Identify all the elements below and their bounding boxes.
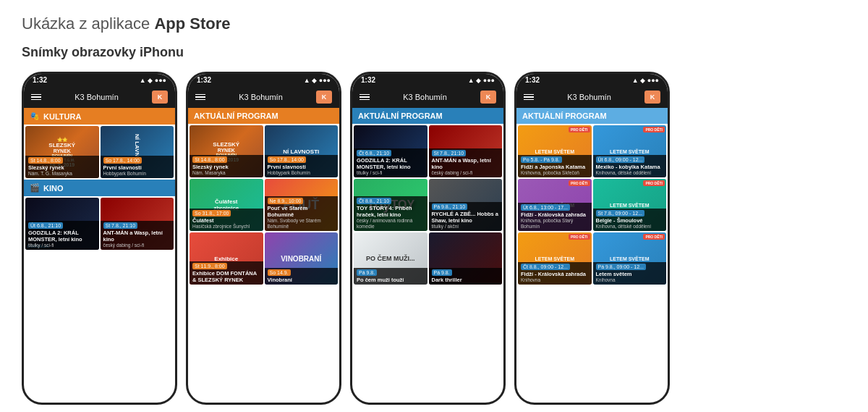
card-title-letem1-4: Fidží a Japonska Katama [521,164,589,170]
card-info-letem4-4: St 7.8., 09:00 - 12... Belgie - Šmoulové… [593,209,667,231]
card-rychle-3[interactable]: Pá 9.8., 21:10 RYCHLÉ A ZBĚ... Hobbs a S… [429,179,503,231]
badge-new-6: PRO DĚTI [643,234,665,240]
card-date-letem1-4: Po 5.8. - Pá 9.8. [521,156,562,163]
kultura-cards: ⭐⭐ SLEZSKÝ RYNEK BOHUMÍN náměstí T.G.M. … [24,125,175,180]
card-genre-antman-3: český dabing / sci-fi [432,170,500,176]
status-bar-1: 1:32 ▲ ◆ ●●● [24,74,175,86]
nav-bar-2: K3 Bohumín K [188,86,339,108]
status-bar-2: 1:32 ▲ ◆ ●●● [188,74,339,86]
card-info-toy-3: Čt 8.8., 21:10 TOY STORY 4: Příběh hrače… [354,196,427,231]
card-date-godzilla-3: Čt 6.8., 21:10 [357,150,391,156]
hamburger-icon-3[interactable] [359,94,370,101]
card-title-godzilla-1: GODZILLA 2: KRÁL MONSTER, letní kino [28,230,96,243]
card-loc-slavnosti-1: Hobbypark Bohumín [103,171,171,177]
card-exhibice-2[interactable]: Exhibice St 11.9., 8:00 Exhibice DOM FON… [190,232,263,285]
section-header-kino-1: 🎬 KINO [24,180,175,196]
card-loc-letem5-4: Knihovna [521,277,589,283]
card-date-slavnosti-2: So 17.8., 14:00 [268,156,306,163]
pocemu-text: PO ČEM MUŽI... [364,253,417,264]
card-genre-antman-1: český dabing / sci-fi [103,243,171,248]
card-loc-letem2-4: Knihovna, dětské oddělení [596,170,664,176]
card-info-antman-1: St 7.8., 21:10 ANT-MÁN a Wasp, letní kin… [101,221,174,250]
card-info-slavnosti-1: So 17.8., 14:00 První slavnosti Hobbypar… [101,156,174,178]
card-date-culafest-2: So 31.8., 17:00 [192,210,231,216]
card-genre-godzilla-1: titulky / sci-fi [28,243,96,248]
hamburger-icon-4[interactable] [524,94,534,101]
card-info-godzilla-3: Čt 6.8., 21:10 GODZILLA 2: KRÁL MONSTER,… [354,148,427,177]
hamburger-icon-1[interactable] [31,94,41,101]
card-date-slezsky-2: St 14.8., 8:00 [192,156,227,163]
app-name-2: K3 Bohumín [239,93,283,101]
section-title: Snímky obrazovky iPhonu [22,45,846,60]
app-logo-2: K [316,91,332,104]
status-bar-3: 1:32 ▲ ◆ ●●● [352,74,503,86]
card-slavnosti-1[interactable]: NÍ LAVNOSTI So 17.8., 14:00 První slavno… [101,126,174,178]
card-pout-2[interactable]: POUŤ Ne 8.9., 10:00 Pouť ve Starém Bohum… [265,179,339,231]
card-date-rychle-3: Pá 9.8., 21:10 [432,203,468,210]
card-vinobrani-2[interactable]: VINOBRANÍ So 14.9. Vinobraní [265,232,339,285]
card-antman-3[interactable]: St 7.8., 21:10 ANT-MÁN a Wasp, letní kin… [429,125,503,177]
card-letem4-4[interactable]: LETEM SVĚTEM PRO DĚTI St 7.8., 09:00 - 1… [593,179,667,231]
page-header: Ukázka z aplikace App Store [22,14,846,33]
card-info-godzilla-1: Út 6.8., 21:10 GODZILLA 2: KRÁL MONSTER,… [25,221,99,250]
card-loc-letem6-4: Knihovna [596,277,664,283]
card-title-slavnosti-2: První slavnosti [268,164,336,170]
program-cards-4: LETEM SVĚTEM PRO DĚTI Po 5.8. - Pá 9.8. … [516,124,668,286]
app-logo-4: K [644,91,660,104]
card-info-slavnosti-2: So 17.8., 14:00 První slavnosti Hobbypar… [265,155,339,177]
card-title-pocemu-3: Po čem muži touží [357,277,425,283]
card-genre-godzilla-3: titulky / sci-fi [357,170,425,176]
card-loc-slavnosti-2: Hobbypark Bohumín [268,170,336,176]
nav-bar-1: K3 Bohumín K [24,86,175,108]
card-slezsky-1[interactable]: ⭐⭐ SLEZSKÝ RYNEK BOHUMÍN náměstí T.G.M. … [25,126,99,178]
card-info-exhibice-2: St 11.9., 8:00 Exhibice DOM FONTÁNA & SL… [190,261,263,285]
card-title-slezsky-1: Slezský rynek [28,164,96,171]
card-date-exhibice-2: St 11.9., 8:00 [192,263,227,269]
card-title-slezsky-2: Slezský rynek [192,164,260,170]
time-3: 1:32 [361,76,375,84]
letem5-text: LETEM SVĚTEM [535,256,574,261]
card-title-letem5-4: Fidží - Královská zahrada [521,271,589,277]
card-info-dark-3: Pá 9.8. Dark thriller [429,268,503,285]
card-date-slavnosti-1: So 17.8., 14:00 [103,157,142,164]
phone-3: 1:32 ▲ ◆ ●●● K3 Bohumín K AKTUÁLNÍ PROGR… [350,72,506,405]
card-title-letem3-4: Fidží - Královská zahrada [521,211,589,218]
card-info-pocemu-3: Pá 9.8. Po čem muži touží [354,268,427,285]
card-pocemu-3[interactable]: PO ČEM MUŽI... Pá 9.8. Po čem muži touží [354,232,427,285]
card-slezsky-2[interactable]: SLEZSKÝ RYNEK BOHUMÍN 14. 8. 2019 St 14.… [190,125,263,177]
card-letem2-4[interactable]: LETEM SVĚTEM PRO DĚTI Út 6.8., 09:00 - 1… [593,125,667,177]
card-info-letem2-4: Út 6.8., 09:00 - 12... Mexiko - kobylka … [593,155,667,177]
card-godzilla-1[interactable]: Út 6.8., 21:10 GODZILLA 2: KRÁL MONSTER,… [25,198,99,250]
card-slavnosti-2[interactable]: NÍ LAVNOSTI So 17.8., 14:00 První slavno… [265,125,339,177]
card-date-pocemu-3: Pá 9.8. [357,269,377,276]
card-letem1-4[interactable]: LETEM SVĚTEM PRO DĚTI Po 5.8. - Pá 9.8. … [518,125,592,177]
card-loc-culafest-2: Hasičská zbrojnice Šunychl [192,224,260,230]
card-date-letem3-4: Út 6.8., 13:00 - 17... [521,204,570,211]
card-date-letem5-4: Čt 8.8., 09:00 - 12... [521,264,570,270]
card-info-culafest-2: So 31.8., 17:00 Čuláfest Hasičská zbrojn… [190,209,263,231]
card-loc-slezsky-1: Nám. T. G. Masaryka [28,171,96,177]
card-info-rychle-3: Pá 9.8., 21:10 RYCHLÉ A ZBĚ... Hobbs a S… [429,202,503,231]
card-letem5-4[interactable]: LETEM SVĚTEM PRO DĚTI Čt 8.8., 09:00 - 1… [518,232,592,285]
card-toy-3[interactable]: Toy Čt 8.8., 21:10 TOY STORY 4: Příběh h… [354,179,427,231]
card-godzilla-3[interactable]: Čt 6.8., 21:10 GODZILLA 2: KRÁL MONSTER,… [354,125,427,177]
card-title-toy-3: TOY STORY 4: Příběh hraček, letní kino [357,205,425,218]
card-culafest-2[interactable]: Čuláfestzbrojnice So 31.8., 17:00 Čuláfe… [190,179,263,231]
card-info-letem3-4: Út 6.8., 13:00 - 17... Fidží - Královská… [518,203,592,231]
badge-new-4: PRO DĚTI [643,180,665,186]
card-loc-pout-2: Nám. Svobody ve Starém Bohumíně [268,218,336,230]
card-letem3-4[interactable]: LETEM SVĚTEM PRO DĚTI Út 6.8., 13:00 - 1… [518,179,592,231]
card-dark-3[interactable]: Pá 9.8. Dark thriller [429,232,503,285]
subtitle-text: Ukázka z aplikace [22,14,150,33]
page-title: Ukázka z aplikace App Store [22,14,846,33]
card-info-vinobrani-2: So 14.9. Vinobraní [265,268,339,285]
card-date-letem6-4: Pá 9.8., 09:00 - 12... [596,264,646,270]
card-antman-1[interactable]: St 7.8., 21:10 ANT-MÁN a Wasp, letní kin… [101,198,174,250]
app-name-text: App Store [154,14,230,33]
card-letem6-4[interactable]: LETEM SVĚTEM PRO DĚTI Pá 9.8., 09:00 - 1… [593,232,667,285]
card-date-godzilla-1: Út 6.8., 21:10 [28,222,63,229]
card-loc-letem1-4: Knihovna, pobočka Skřečoň [521,170,589,176]
kultura-label: KULTURA [43,112,81,121]
app-name-3: K3 Bohumín [403,93,447,101]
hamburger-icon-2[interactable] [195,94,205,101]
